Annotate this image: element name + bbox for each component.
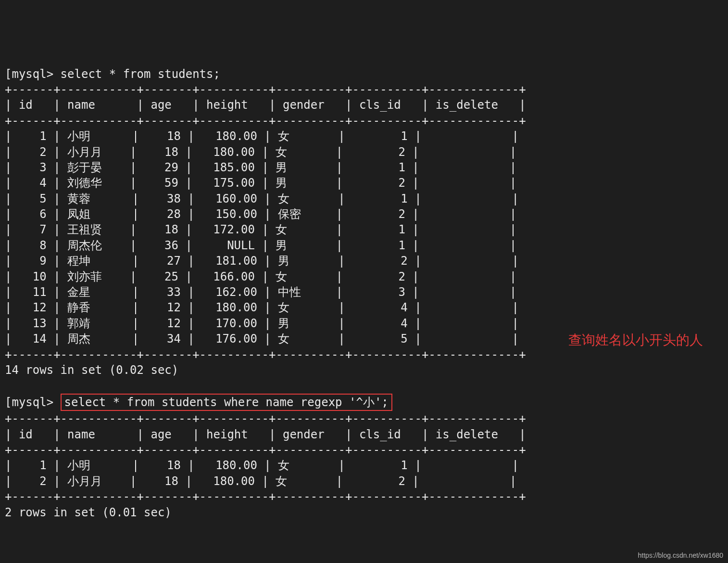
- mysql-prompt-1[interactable]: [mysql> select * from students;: [5, 66, 723, 82]
- annotation-text: 查询姓名以小开头的人: [568, 331, 703, 349]
- query-2-highlight: select * from students where name regexp…: [61, 394, 392, 411]
- prompt-prefix: [mysql>: [5, 66, 61, 82]
- result-table-2: +------+-----------+-------+----------+-…: [5, 411, 723, 504]
- prompt-prefix: [mysql>: [5, 395, 61, 410]
- terminal-output: [mysql> select * from students;+------+-…: [5, 66, 723, 520]
- result-footer-2: 2 rows in set (0.01 sec): [5, 505, 723, 520]
- mysql-prompt-2[interactable]: [mysql> select * from students where nam…: [5, 394, 723, 411]
- watermark-text: https://blog.csdn.net/xw1680: [638, 551, 723, 560]
- result-footer-1: 14 rows in set (0.02 sec): [5, 362, 723, 378]
- query-1: select * from students;: [61, 66, 220, 82]
- blank-line: [5, 378, 723, 393]
- result-table-1: +------+-----------+-------+----------+-…: [5, 82, 723, 362]
